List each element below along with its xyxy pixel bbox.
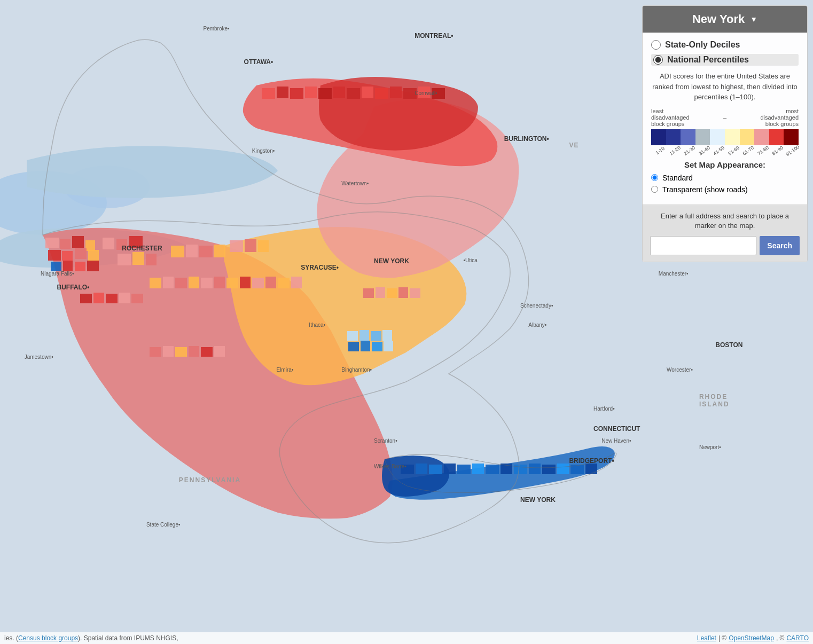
- legend-segment: [695, 129, 710, 145]
- svg-rect-46: [529, 464, 541, 474]
- svg-rect-72: [252, 278, 264, 288]
- legend-segment: [651, 129, 666, 145]
- svg-rect-57: [347, 88, 360, 99]
- legend-tick-label: 51-60: [726, 144, 741, 157]
- census-link[interactable]: Census block groups: [18, 634, 78, 642]
- footer-right: Leaflet | © OpenStreetMap , © CARTO: [697, 634, 809, 642]
- carto-link[interactable]: CARTO: [786, 634, 809, 642]
- leaflet-link[interactable]: Leaflet: [697, 634, 716, 642]
- svg-rect-53: [290, 88, 303, 99]
- svg-rect-5: [60, 239, 71, 249]
- svg-rect-6: [72, 236, 84, 248]
- legend-tick-label: 31-40: [697, 144, 712, 157]
- svg-rect-25: [214, 245, 225, 257]
- footer-sep1: | ©: [718, 634, 726, 642]
- search-button[interactable]: Search: [760, 236, 800, 255]
- svg-rect-52: [277, 87, 288, 98]
- state-only-radio-row: State-Only Deciles: [651, 40, 799, 50]
- svg-rect-54: [305, 87, 317, 98]
- svg-rect-86: [150, 347, 161, 357]
- dropdown-arrow[interactable]: ▼: [750, 15, 757, 23]
- svg-rect-55: [318, 88, 332, 99]
- search-description: Enter a full address and search to place…: [650, 211, 800, 231]
- legend-label-left: least disadvantaged block groups: [651, 108, 690, 127]
- transparent-radio[interactable]: [651, 186, 658, 193]
- footer-left-text: ies. (Census block groups). Spatial data…: [4, 634, 178, 642]
- svg-rect-19: [118, 254, 131, 265]
- legend-segment: [754, 129, 769, 145]
- svg-rect-83: [106, 294, 118, 303]
- svg-rect-89: [189, 346, 199, 357]
- adi-description: ADI scores for the entire United States …: [651, 71, 799, 103]
- footer-sep2: , ©: [776, 634, 785, 642]
- national-label[interactable]: National Percentiles: [667, 55, 749, 65]
- svg-rect-65: [163, 277, 174, 288]
- svg-rect-10: [75, 248, 87, 259]
- legend-segment: [725, 129, 740, 145]
- svg-rect-41: [457, 465, 471, 474]
- panel-header[interactable]: New York ▼: [643, 6, 807, 33]
- svg-rect-17: [75, 262, 85, 271]
- svg-rect-67: [189, 277, 199, 288]
- svg-rect-68: [201, 278, 213, 288]
- svg-rect-79: [398, 287, 408, 298]
- map-container: Pembroke• OTTAWA• MONTREAL• Cornwall• Ki…: [0, 0, 813, 644]
- svg-rect-76: [363, 288, 374, 298]
- standard-radio-row: Standard: [651, 174, 799, 182]
- svg-rect-61: [403, 88, 417, 99]
- legend-tick-label: 11-20: [667, 144, 682, 157]
- legend: least disadvantaged block groups – most …: [651, 108, 799, 154]
- standard-radio[interactable]: [651, 174, 658, 181]
- svg-rect-20: [132, 252, 144, 265]
- svg-rect-82: [93, 293, 104, 303]
- svg-rect-38: [416, 464, 427, 474]
- svg-rect-78: [387, 288, 397, 298]
- svg-rect-29: [347, 331, 358, 341]
- svg-rect-87: [163, 346, 174, 357]
- svg-rect-73: [265, 277, 276, 288]
- svg-rect-91: [214, 346, 225, 357]
- svg-rect-26: [230, 240, 243, 252]
- svg-rect-80: [410, 288, 420, 298]
- state-only-radio[interactable]: [651, 40, 661, 50]
- state-title: New York: [692, 12, 745, 26]
- svg-rect-47: [542, 465, 556, 474]
- svg-rect-13: [116, 239, 127, 250]
- transparent-label[interactable]: Transparent (show roads): [662, 185, 748, 194]
- legend-segment: [681, 129, 695, 145]
- svg-rect-69: [214, 277, 225, 288]
- svg-rect-28: [258, 240, 269, 252]
- svg-rect-58: [362, 87, 373, 98]
- legend-label-right: most disadvantaged block groups: [760, 108, 799, 127]
- legend-tick-label: 81-90: [770, 144, 785, 157]
- svg-rect-64: [150, 278, 161, 288]
- state-only-label[interactable]: State-Only Deciles: [665, 40, 740, 50]
- svg-rect-14: [129, 236, 143, 248]
- appearance-title: Set Map Appearance:: [651, 160, 799, 169]
- svg-rect-81: [80, 294, 92, 303]
- search-section: Enter a full address and search to place…: [643, 205, 807, 262]
- legend-segment: [769, 129, 784, 145]
- svg-rect-35: [372, 342, 382, 351]
- svg-rect-75: [291, 277, 302, 288]
- map-footer: ies. (Census block groups). Spatial data…: [0, 632, 813, 644]
- openstreetmap-link[interactable]: OpenStreetMap: [729, 634, 774, 642]
- svg-rect-56: [333, 87, 345, 98]
- svg-rect-45: [514, 465, 527, 474]
- legend-bar: [651, 129, 799, 145]
- legend-tick-label: 1-10: [652, 144, 667, 157]
- svg-rect-9: [62, 251, 73, 261]
- standard-label[interactable]: Standard: [662, 174, 693, 182]
- svg-rect-84: [119, 293, 130, 303]
- search-input[interactable]: [650, 236, 756, 255]
- legend-tick-label: 91-100: [785, 144, 800, 156]
- legend-segment: [784, 129, 799, 145]
- svg-rect-24: [199, 246, 213, 257]
- svg-rect-34: [361, 341, 370, 351]
- svg-rect-60: [390, 87, 402, 98]
- svg-rect-31: [371, 331, 381, 341]
- svg-rect-30: [359, 330, 369, 341]
- national-radio[interactable]: [653, 55, 663, 65]
- legend-tick-label: 41-50: [712, 144, 726, 157]
- legend-ticks: 1-1011-2021-3031-4041-5051-6061-7071-808…: [651, 146, 799, 154]
